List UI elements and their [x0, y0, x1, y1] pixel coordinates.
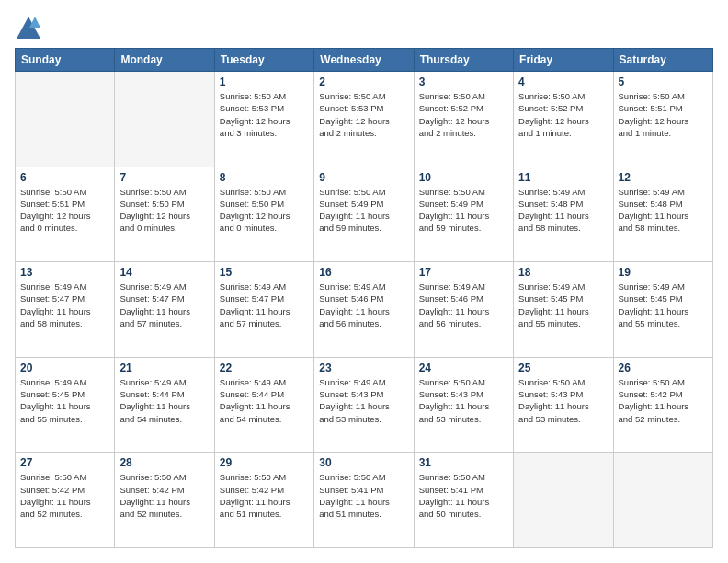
- calendar-header: SundayMondayTuesdayWednesdayThursdayFrid…: [16, 49, 713, 72]
- day-number: 25: [518, 362, 608, 374]
- day-info: Sunrise: 5:49 AM Sunset: 5:47 PM Dayligh…: [20, 281, 109, 329]
- weekday-header-thursday: Thursday: [414, 49, 513, 72]
- day-info: Sunrise: 5:50 AM Sunset: 5:53 PM Dayligh…: [220, 90, 309, 139]
- day-info: Sunrise: 5:50 AM Sunset: 5:51 PM Dayligh…: [619, 90, 708, 139]
- calendar-cell: 31Sunrise: 5:50 AM Sunset: 5:41 PM Dayli…: [414, 453, 513, 548]
- calendar-cell: 20Sunrise: 5:49 AM Sunset: 5:45 PM Dayli…: [16, 357, 115, 453]
- day-info: Sunrise: 5:49 AM Sunset: 5:43 PM Dayligh…: [319, 376, 408, 425]
- day-info: Sunrise: 5:50 AM Sunset: 5:41 PM Dayligh…: [419, 471, 508, 520]
- calendar-cell: [613, 453, 712, 548]
- week-row-4: 27Sunrise: 5:50 AM Sunset: 5:42 PM Dayli…: [16, 453, 713, 548]
- day-info: Sunrise: 5:50 AM Sunset: 5:42 PM Dayligh…: [619, 376, 708, 425]
- day-number: 10: [419, 171, 508, 184]
- day-info: Sunrise: 5:50 AM Sunset: 5:49 PM Dayligh…: [419, 186, 508, 235]
- weekday-row: SundayMondayTuesdayWednesdayThursdayFrid…: [16, 49, 713, 72]
- day-info: Sunrise: 5:50 AM Sunset: 5:51 PM Dayligh…: [20, 186, 109, 235]
- day-number: 18: [518, 266, 608, 279]
- day-number: 20: [20, 362, 109, 374]
- day-number: 29: [220, 456, 309, 469]
- weekday-header-saturday: Saturday: [613, 49, 712, 72]
- day-number: 24: [419, 362, 508, 374]
- calendar-cell: 10Sunrise: 5:50 AM Sunset: 5:49 PM Dayli…: [414, 167, 513, 262]
- day-number: 2: [319, 75, 408, 88]
- calendar-cell: 21Sunrise: 5:49 AM Sunset: 5:44 PM Dayli…: [115, 357, 214, 453]
- calendar-cell: [514, 453, 613, 548]
- day-number: 17: [419, 266, 508, 279]
- day-info: Sunrise: 5:50 AM Sunset: 5:53 PM Dayligh…: [319, 90, 408, 139]
- day-info: Sunrise: 5:49 AM Sunset: 5:45 PM Dayligh…: [619, 281, 708, 329]
- day-number: 3: [419, 75, 508, 88]
- day-info: Sunrise: 5:50 AM Sunset: 5:42 PM Dayligh…: [119, 471, 209, 520]
- logo: [15, 15, 44, 40]
- weekday-header-wednesday: Wednesday: [314, 49, 414, 72]
- page: SundayMondayTuesdayWednesdayThursdayFrid…: [0, 0, 728, 563]
- day-info: Sunrise: 5:49 AM Sunset: 5:46 PM Dayligh…: [419, 281, 508, 329]
- calendar-cell: 24Sunrise: 5:50 AM Sunset: 5:43 PM Dayli…: [414, 357, 513, 453]
- day-number: 21: [119, 362, 209, 374]
- week-row-3: 20Sunrise: 5:49 AM Sunset: 5:45 PM Dayli…: [16, 357, 713, 453]
- day-info: Sunrise: 5:49 AM Sunset: 5:47 PM Dayligh…: [220, 281, 309, 329]
- calendar-cell: 13Sunrise: 5:49 AM Sunset: 5:47 PM Dayli…: [16, 262, 115, 358]
- day-number: 30: [319, 456, 408, 469]
- day-number: 22: [220, 362, 309, 374]
- day-number: 11: [518, 171, 608, 184]
- day-number: 27: [20, 456, 109, 469]
- day-number: 1: [220, 75, 309, 88]
- week-row-2: 13Sunrise: 5:49 AM Sunset: 5:47 PM Dayli…: [16, 262, 713, 358]
- calendar-cell: 23Sunrise: 5:49 AM Sunset: 5:43 PM Dayli…: [314, 357, 414, 453]
- day-info: Sunrise: 5:49 AM Sunset: 5:44 PM Dayligh…: [119, 376, 209, 425]
- day-info: Sunrise: 5:50 AM Sunset: 5:42 PM Dayligh…: [20, 471, 109, 520]
- calendar-cell: 22Sunrise: 5:49 AM Sunset: 5:44 PM Dayli…: [214, 357, 313, 453]
- weekday-header-tuesday: Tuesday: [214, 49, 313, 72]
- calendar-cell: 11Sunrise: 5:49 AM Sunset: 5:48 PM Dayli…: [514, 167, 613, 262]
- calendar-cell: 9Sunrise: 5:50 AM Sunset: 5:49 PM Daylig…: [314, 167, 414, 262]
- calendar-cell: 4Sunrise: 5:50 AM Sunset: 5:52 PM Daylig…: [514, 72, 613, 167]
- day-number: 6: [20, 171, 109, 184]
- day-info: Sunrise: 5:49 AM Sunset: 5:45 PM Dayligh…: [518, 281, 608, 329]
- calendar-cell: 27Sunrise: 5:50 AM Sunset: 5:42 PM Dayli…: [16, 453, 115, 548]
- calendar-cell: 6Sunrise: 5:50 AM Sunset: 5:51 PM Daylig…: [16, 167, 115, 262]
- day-number: 12: [619, 171, 708, 184]
- calendar-cell: 16Sunrise: 5:49 AM Sunset: 5:46 PM Dayli…: [314, 262, 414, 358]
- day-info: Sunrise: 5:50 AM Sunset: 5:49 PM Dayligh…: [319, 186, 408, 235]
- week-row-0: 1Sunrise: 5:50 AM Sunset: 5:53 PM Daylig…: [16, 72, 713, 167]
- calendar-cell: 5Sunrise: 5:50 AM Sunset: 5:51 PM Daylig…: [613, 72, 712, 167]
- calendar-cell: 17Sunrise: 5:49 AM Sunset: 5:46 PM Dayli…: [414, 262, 513, 358]
- calendar-cell: 18Sunrise: 5:49 AM Sunset: 5:45 PM Dayli…: [514, 262, 613, 358]
- day-info: Sunrise: 5:50 AM Sunset: 5:52 PM Dayligh…: [518, 90, 608, 139]
- calendar-cell: 8Sunrise: 5:50 AM Sunset: 5:50 PM Daylig…: [214, 167, 313, 262]
- day-number: 7: [119, 171, 209, 184]
- day-number: 16: [319, 266, 408, 279]
- day-info: Sunrise: 5:49 AM Sunset: 5:47 PM Dayligh…: [119, 281, 209, 329]
- calendar-cell: [115, 72, 214, 167]
- day-number: 23: [319, 362, 408, 374]
- day-number: 26: [619, 362, 708, 374]
- day-info: Sunrise: 5:50 AM Sunset: 5:50 PM Dayligh…: [220, 186, 309, 235]
- day-info: Sunrise: 5:50 AM Sunset: 5:43 PM Dayligh…: [419, 376, 508, 425]
- day-info: Sunrise: 5:49 AM Sunset: 5:48 PM Dayligh…: [619, 186, 708, 235]
- day-number: 13: [20, 266, 109, 279]
- day-number: 28: [119, 456, 209, 469]
- weekday-header-sunday: Sunday: [16, 49, 115, 72]
- day-info: Sunrise: 5:50 AM Sunset: 5:42 PM Dayligh…: [220, 471, 309, 520]
- calendar-cell: 3Sunrise: 5:50 AM Sunset: 5:52 PM Daylig…: [414, 72, 513, 167]
- header: [15, 15, 713, 40]
- calendar-cell: 14Sunrise: 5:49 AM Sunset: 5:47 PM Dayli…: [115, 262, 214, 358]
- calendar-cell: 30Sunrise: 5:50 AM Sunset: 5:41 PM Dayli…: [314, 453, 414, 548]
- calendar-table: SundayMondayTuesdayWednesdayThursdayFrid…: [15, 48, 713, 548]
- day-number: 31: [419, 456, 508, 469]
- weekday-header-friday: Friday: [514, 49, 613, 72]
- calendar-cell: 19Sunrise: 5:49 AM Sunset: 5:45 PM Dayli…: [613, 262, 712, 358]
- calendar-body: 1Sunrise: 5:50 AM Sunset: 5:53 PM Daylig…: [16, 72, 713, 548]
- calendar-cell: 26Sunrise: 5:50 AM Sunset: 5:42 PM Dayli…: [613, 357, 712, 453]
- weekday-header-monday: Monday: [115, 49, 214, 72]
- calendar-cell: 2Sunrise: 5:50 AM Sunset: 5:53 PM Daylig…: [314, 72, 414, 167]
- calendar-cell: 28Sunrise: 5:50 AM Sunset: 5:42 PM Dayli…: [115, 453, 214, 548]
- calendar-cell: [16, 72, 115, 167]
- day-number: 8: [220, 171, 309, 184]
- day-number: 4: [518, 75, 608, 88]
- calendar-cell: 7Sunrise: 5:50 AM Sunset: 5:50 PM Daylig…: [115, 167, 214, 262]
- day-info: Sunrise: 5:49 AM Sunset: 5:48 PM Dayligh…: [518, 186, 608, 235]
- day-number: 14: [119, 266, 209, 279]
- day-info: Sunrise: 5:50 AM Sunset: 5:43 PM Dayligh…: [518, 376, 608, 425]
